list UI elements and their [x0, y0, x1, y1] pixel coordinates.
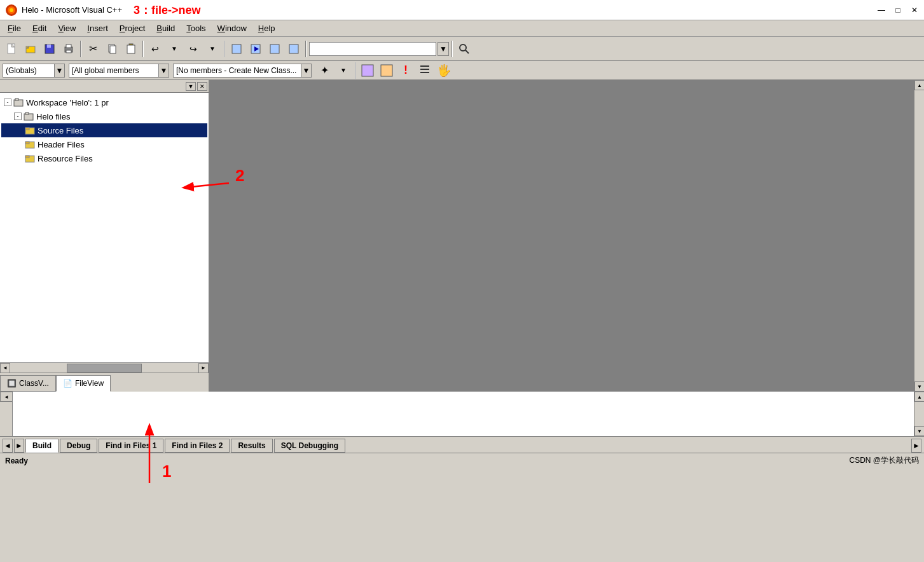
brand-text: CSDN @学长敲代码 [849, 455, 919, 466]
menu-edit[interactable]: Edit [27, 22, 52, 34]
toolbar2-btn5[interactable]: 🖐 [435, 62, 453, 79]
toolbar-separator-5 [452, 41, 453, 57]
editor-scroll-down[interactable]: ▼ [914, 381, 924, 392]
output-scroll-down[interactable]: ▼ [914, 426, 924, 436]
editor-scroll-up[interactable]: ▲ [914, 80, 924, 90]
sidebar-close-button[interactable]: ✕ [197, 82, 207, 91]
title-bar-left: Helo - Microsoft Visual C++ 3：file->new [5, 3, 201, 18]
redo-arrow-button[interactable]: ▼ [203, 40, 221, 58]
tree-item-source-files[interactable]: Source Files [1, 123, 207, 137]
menu-help[interactable]: Help [253, 22, 280, 34]
menu-file[interactable]: File [3, 22, 26, 34]
toolbar-dropdown-arrow[interactable]: ▼ [438, 42, 449, 56]
output-left-arrow[interactable]: ◄ [0, 392, 13, 402]
menu-window[interactable]: Window [212, 22, 252, 34]
toolbar2-btn3[interactable]: ! [397, 62, 415, 79]
copy-button[interactable] [103, 40, 121, 58]
toolbar2-btn2[interactable] [378, 62, 396, 79]
classview-tab[interactable]: 🔲 ClassV... [0, 375, 56, 392]
scroll-right-arrow[interactable]: ► [198, 363, 209, 373]
members-dropdown-arrow[interactable]: ▼ [158, 64, 169, 77]
menu-view[interactable]: View [53, 22, 81, 34]
svg-rect-29 [15, 99, 18, 100]
app-logo-icon [5, 4, 18, 17]
output-left-bar: ◄ [0, 392, 13, 436]
fileview-tab[interactable]: 📄 FileView [56, 375, 111, 392]
save-button[interactable] [41, 40, 59, 58]
toolbar-separator-2 [142, 41, 144, 57]
undo-arrow-button[interactable]: ▼ [165, 40, 183, 58]
svg-rect-10 [66, 45, 71, 48]
output-tab-prev[interactable]: ◄ [3, 439, 13, 453]
maximize-button[interactable]: □ [893, 6, 902, 15]
redo-button[interactable]: ↪ [184, 40, 202, 58]
newclass-dropdown[interactable]: [No members - Create New Class... ▼ [173, 64, 312, 78]
output-tab-sqldebug[interactable]: SQL Debugging [274, 439, 345, 453]
workspace-expand[interactable]: - [4, 99, 11, 106]
menu-insert[interactable]: Insert [82, 22, 113, 34]
toolbar-separator-4 [305, 41, 307, 57]
svg-rect-33 [25, 128, 29, 130]
open-button[interactable] [22, 40, 39, 58]
wand-arrow-button[interactable]: ▼ [334, 62, 352, 79]
editor-area[interactable]: ▲ ▼ [210, 80, 924, 392]
svg-line-22 [465, 50, 469, 53]
build-btn4[interactable] [285, 40, 303, 58]
members-dropdown-text: [All global members [69, 66, 158, 75]
close-button[interactable]: ✕ [910, 6, 919, 15]
sidebar-scroll-track[interactable] [10, 364, 198, 373]
build-btn3[interactable] [266, 40, 284, 58]
sidebar-scroll-thumb[interactable] [67, 364, 142, 373]
output-tab-findinfiles2[interactable]: Find in Files 2 [165, 439, 230, 453]
svg-rect-35 [25, 142, 29, 144]
output-content[interactable] [13, 392, 914, 436]
sidebar-pin-button[interactable]: ▼ [186, 82, 196, 91]
main-area: ▼ ✕ - Workspace 'Helo': 1 pr - Helo file… [0, 80, 924, 392]
sidebar-tabs: 🔲 ClassV... 📄 FileView [0, 373, 209, 392]
tree-item-resource-files[interactable]: Resource Files [1, 151, 207, 165]
members-dropdown[interactable]: [All global members ▼ [69, 64, 169, 78]
output-tab-debug[interactable]: Debug [60, 439, 97, 453]
output-vscrollbar[interactable]: ▲ ▼ [914, 392, 924, 436]
helo-expand[interactable]: - [14, 113, 22, 120]
build-btn1[interactable] [228, 40, 245, 58]
menu-tools[interactable]: Tools [181, 22, 210, 34]
output-tab-findinfiles1[interactable]: Find in Files 1 [99, 439, 163, 453]
workspace-label: Workspace 'Helo': 1 pr [26, 98, 109, 107]
sidebar-scrollbar[interactable]: ◄ ► [0, 362, 209, 373]
output-tab-end[interactable]: ► [911, 439, 921, 453]
svg-rect-20 [289, 45, 298, 53]
newclass-dropdown-arrow[interactable]: ▼ [301, 64, 311, 77]
tree-item-helo[interactable]: - Helo files [1, 109, 207, 123]
undo-button[interactable]: ↩ [146, 40, 164, 58]
newclass-dropdown-text: [No members - Create New Class... [174, 66, 301, 75]
minimize-button[interactable]: — [877, 6, 886, 15]
fileview-tab-label: FileView [75, 379, 104, 388]
tree-item-workspace[interactable]: - Workspace 'Helo': 1 pr [1, 95, 207, 109]
globals-dropdown[interactable]: (Globals) ▼ [3, 64, 65, 78]
toolbar-dropdown[interactable] [309, 42, 436, 56]
toolbar2-btn4[interactable] [416, 62, 434, 79]
print-button[interactable] [60, 40, 78, 58]
sqldebug-tab-label: SQL Debugging [281, 441, 338, 450]
paste-button[interactable] [122, 40, 140, 58]
menu-project[interactable]: Project [114, 22, 150, 34]
find-button[interactable] [455, 40, 473, 58]
output-tab-results[interactable]: Results [231, 439, 272, 453]
new-file-button[interactable] [3, 40, 20, 58]
cut-button[interactable]: ✂ [84, 40, 102, 58]
toolbar2-btn1[interactable] [359, 62, 376, 79]
editor-vscrollbar[interactable]: ▲ ▼ [914, 80, 924, 392]
output-tab-build[interactable]: Build [25, 439, 59, 453]
output-scroll-up[interactable]: ▲ [914, 392, 924, 402]
menu-build[interactable]: Build [151, 22, 180, 34]
header-files-label: Header Files [38, 140, 85, 149]
output-tab-next[interactable]: ► [14, 439, 24, 453]
tree-item-header-files[interactable]: Header Files [1, 137, 207, 151]
globals-toolbar: (Globals) ▼ [All global members ▼ [No me… [0, 61, 924, 80]
wand-button[interactable]: ✦ [315, 62, 333, 79]
globals-dropdown-arrow[interactable]: ▼ [54, 64, 64, 77]
build-btn2[interactable] [247, 40, 265, 58]
svg-rect-23 [362, 65, 373, 76]
scroll-left-arrow[interactable]: ◄ [0, 363, 10, 373]
